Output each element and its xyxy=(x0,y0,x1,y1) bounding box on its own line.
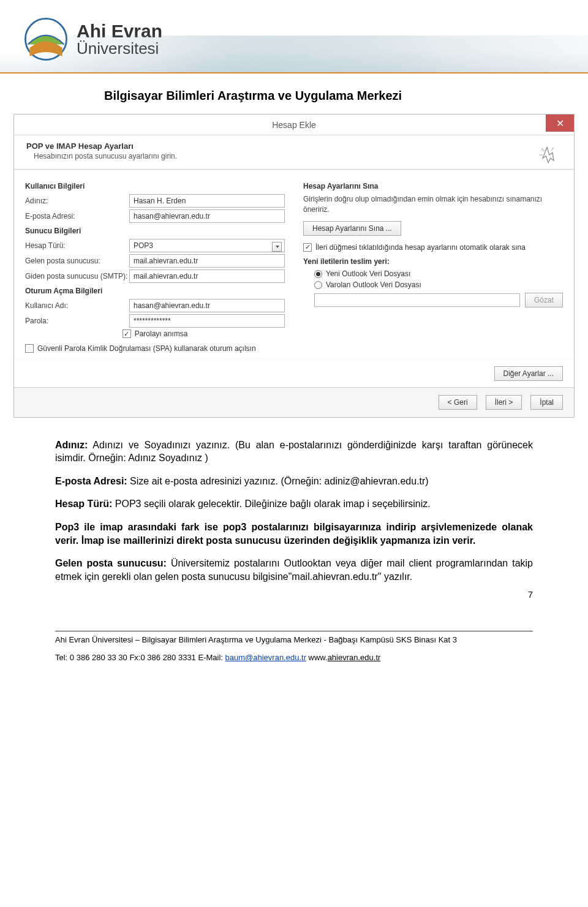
label-account-type: Hesap Türü: xyxy=(25,241,129,250)
page-footer: Ahi Evran Üniversitesi – Bilgisayar Bili… xyxy=(0,631,588,662)
more-settings-row: Diğer Ayarlar ... xyxy=(14,360,574,387)
add-account-dialog: Hesap Ekle ✕ POP ve IMAP Hesap Ayarları … xyxy=(13,114,575,418)
label-existing-pst: Varolan Outlook Veri Dosyası xyxy=(326,280,421,289)
footer-contact-prefix: Tel: 0 386 280 33 30 Fx:0 386 280 3331 E… xyxy=(55,653,225,662)
letterhead: Ahi Evran Üniversitesi xyxy=(0,0,588,73)
test-settings-note: Girişlerin doğru olup olmadığından emin … xyxy=(303,194,563,215)
label-password: Parola: xyxy=(25,317,129,325)
close-icon: ✕ xyxy=(556,118,564,129)
close-button[interactable]: ✕ xyxy=(546,115,574,132)
label-new-pst: Yeni Outlook Veri Dosyası xyxy=(326,269,410,278)
input-password[interactable]: ************* xyxy=(129,314,285,328)
browse-button[interactable]: Gözat xyxy=(525,293,563,307)
dialog-subheader-title: POP ve IMAP Hesap Ayarları xyxy=(26,141,562,151)
svg-line-2 xyxy=(551,147,554,150)
paragraph-name: Adınız: Adınızı ve Soyadınızı yazınız. (… xyxy=(55,438,533,465)
select-account-type[interactable]: POP3 xyxy=(129,239,285,252)
paragraph-pop3-imap: Pop3 ile imap arasındaki fark ise pop3 p… xyxy=(55,521,533,547)
section-login-info: Oturum Açma Bilgileri xyxy=(25,287,285,295)
right-column: Hesap Ayarlarını Sına Girişlerin doğru o… xyxy=(303,178,563,354)
label-incoming-server: Gelen posta sunucusu: xyxy=(25,257,129,265)
label-spa: Güvenli Parola Kimlik Doğrulaması (SPA) … xyxy=(37,344,285,354)
section-user-info: Kullanıcı Bilgileri xyxy=(25,182,285,190)
footer-site-prefix: www. xyxy=(306,653,328,662)
footer-website: ahievran.edu.tr xyxy=(328,653,381,662)
university-name-block: Ahi Evran Üniversitesi xyxy=(77,22,162,56)
cancel-button[interactable]: İptal xyxy=(530,395,563,410)
label-email: E-posta Adresi: xyxy=(25,212,129,220)
more-settings-button[interactable]: Diğer Ayarlar ... xyxy=(494,366,563,381)
dialog-body: Kullanıcı Bilgileri Adınız: Hasan H. Erd… xyxy=(14,170,574,360)
checkbox-auto-test[interactable]: ✓ xyxy=(303,243,312,252)
input-incoming-server[interactable]: mail.ahievran.edu.tr xyxy=(129,254,285,268)
radio-new-pst[interactable] xyxy=(314,270,322,278)
section-server-info: Sunucu Bilgileri xyxy=(25,227,285,235)
paragraph-account-type: Hesap Türü: POP3 seçili olarak gelecekti… xyxy=(55,497,533,511)
paragraph-email: E-posta Adresi: Size ait e-posta adresin… xyxy=(55,475,533,488)
svg-line-1 xyxy=(541,148,545,151)
dialog-footer: < Geri İleri > İptal xyxy=(14,387,574,417)
label-name: Adınız: xyxy=(25,197,129,205)
cursor-click-icon xyxy=(537,144,559,166)
input-username[interactable]: hasan@ahievran.edu.tr xyxy=(129,299,285,312)
input-outgoing-server[interactable]: mail.ahievran.edu.tr xyxy=(129,269,285,283)
university-logo-icon xyxy=(24,18,67,61)
footer-email-link[interactable]: baum@ahievran.edu.tr xyxy=(225,653,306,662)
footer-line-2: Tel: 0 386 280 33 30 Fx:0 386 280 3331 E… xyxy=(55,653,533,662)
label-username: Kullanıcı Adı: xyxy=(25,301,129,310)
next-button[interactable]: İleri > xyxy=(486,395,522,410)
section-test-settings: Hesap Ayarlarını Sına xyxy=(303,182,563,190)
checkbox-spa[interactable] xyxy=(25,344,34,353)
paragraph-incoming-server: Gelen posta sunucusu: Üniversitemiz post… xyxy=(55,557,533,583)
footer-line-1: Ahi Evran Üniversitesi – Bilgisayar Bili… xyxy=(55,635,533,644)
test-settings-button[interactable]: Hesap Ayarlarını Sına ... xyxy=(303,221,401,236)
back-button[interactable]: < Geri xyxy=(439,395,477,410)
section-delivery: Yeni iletilerin teslim yeri: xyxy=(303,257,563,266)
dialog-titlebar: Hesap Ekle ✕ xyxy=(14,115,574,135)
dialog-subheader: POP ve IMAP Hesap Ayarları Hesabınızın p… xyxy=(14,135,574,170)
label-remember-password: Parolayı anımsa xyxy=(135,329,188,338)
university-subtitle: Üniversitesi xyxy=(77,40,162,56)
label-outgoing-server: Giden posta sunucusu (SMTP): xyxy=(25,272,129,280)
input-email[interactable]: hasan@ahievran.edu.tr xyxy=(129,209,285,223)
input-name[interactable]: Hasan H. Erden xyxy=(129,194,285,208)
university-name: Ahi Evran xyxy=(77,22,162,40)
department-heading: Bilgisayar Bilimleri Araştırma ve Uygula… xyxy=(0,73,588,109)
document-body: Adınız: Adınızı ve Soyadınızı yazınız. (… xyxy=(0,418,588,584)
page-number: 7 xyxy=(0,589,588,600)
left-column: Kullanıcı Bilgileri Adınız: Hasan H. Erd… xyxy=(25,178,285,354)
input-pst-path[interactable] xyxy=(314,293,520,307)
dialog-title-text: Hesap Ekle xyxy=(272,120,316,130)
label-auto-test: İleri düğmesi tıklatıldığında hesap ayar… xyxy=(315,243,563,253)
radio-existing-pst[interactable] xyxy=(314,281,322,289)
dialog-subheader-desc: Hesabınızın posta sunucusu ayarlarını gi… xyxy=(26,152,562,160)
checkbox-remember-password[interactable]: ✓ xyxy=(123,329,131,338)
